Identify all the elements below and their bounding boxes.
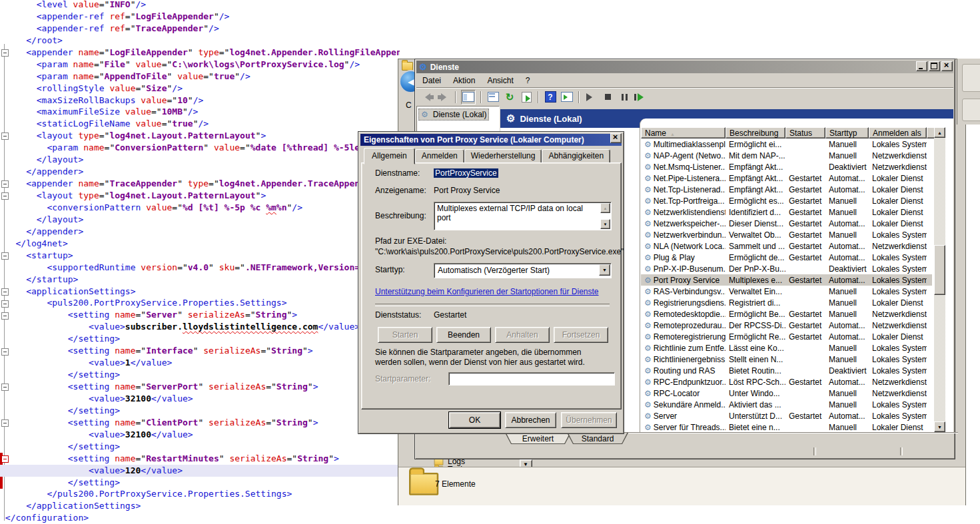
vertical-scrollbar[interactable]: ▲ ▼ xyxy=(934,127,945,432)
beschreibung-label: Beschreibung: xyxy=(375,211,426,220)
fold-collapse-icon[interactable] xyxy=(1,180,9,188)
cell: Sekundäre Anmeld... xyxy=(641,400,726,409)
service-row[interactable]: RPC-Endpunktzuor...Löst RPC-Sch...Gestar… xyxy=(641,376,932,388)
restart-service-icon[interactable] xyxy=(634,91,648,104)
tab-anmelden[interactable]: Anmelden xyxy=(415,149,464,163)
column-header-Beschreibung[interactable]: Beschreibung xyxy=(726,127,785,138)
service-row[interactable]: Multimediaklassenpl...Ermöglicht ei...Ma… xyxy=(641,138,932,150)
service-row[interactable]: RAS-Verbindungsv...Verwaltet Ein...Manue… xyxy=(641,286,932,297)
fold-collapse-icon[interactable] xyxy=(1,288,9,296)
service-row[interactable]: NetzwerklistendienstIdentifiziert d...Ge… xyxy=(641,206,932,218)
service-row[interactable]: Routing und RASBietet Routin...Deaktivie… xyxy=(641,365,932,376)
view-tab-erweitert[interactable]: Erweitert xyxy=(505,433,571,444)
fold-collapse-icon[interactable] xyxy=(1,49,9,57)
starten-button[interactable]: Starten xyxy=(378,327,432,343)
fold-collapse-icon[interactable] xyxy=(1,132,9,140)
service-row[interactable]: Net.Msmq-Listener...Empfängt Akt...Deakt… xyxy=(641,161,932,172)
menu-ansicht[interactable]: Ansicht xyxy=(481,74,519,87)
pause-service-icon[interactable] xyxy=(618,91,631,104)
help-icon[interactable] xyxy=(544,91,557,104)
scrollbar-thumb[interactable] xyxy=(934,245,945,295)
scroll-down-icon[interactable]: ▼ xyxy=(934,421,945,432)
tree-item-dienste-lokal[interactable]: Dienste (Lokal) xyxy=(418,109,489,121)
service-row[interactable]: NLA (Network Loca...Sammelt und ...Gesta… xyxy=(641,240,932,252)
cell: Manuell xyxy=(825,310,869,319)
column-header-Name[interactable]: Name xyxy=(641,127,726,138)
übernehmen-button[interactable]: Übernehmen xyxy=(561,412,617,428)
close-icon[interactable] xyxy=(610,133,622,143)
service-row[interactable]: Port Proxy ServiceMultiplexes e...Gestar… xyxy=(641,274,932,286)
service-row[interactable]: Remoteprozedurau...Der RPCSS-Di...Gestar… xyxy=(641,320,932,331)
service-row[interactable]: Net.Pipe-Listenera...Empfängt Akt...Gest… xyxy=(641,172,932,184)
code-editor[interactable]: <level value="INFO"/> <appender-ref ref=… xyxy=(0,0,400,524)
menu-aktion[interactable]: Aktion xyxy=(447,74,481,87)
beschreibung-textbox[interactable]: Multiplexes external TCP/IP data on loca… xyxy=(434,202,612,230)
service-row[interactable]: RPC-LocatorUnter Windo...ManuellNetzwerk… xyxy=(641,388,932,399)
cell: Gestartet xyxy=(785,230,825,240)
service-row[interactable]: ServerUnterstützt D...GestartetAutomat..… xyxy=(641,410,932,421)
fortsetzen-button[interactable]: Fortsetzen xyxy=(554,327,608,343)
sort-ascending-icon xyxy=(670,129,675,138)
refresh-icon[interactable] xyxy=(503,91,516,104)
startoptionen-help-link[interactable]: Unterstützung beim Konfigurieren der Sta… xyxy=(375,287,599,296)
properties-icon[interactable] xyxy=(486,91,500,104)
fold-collapse-icon[interactable] xyxy=(1,348,9,356)
forward-icon[interactable] xyxy=(437,91,450,104)
menu-datei[interactable]: Datei xyxy=(416,74,447,87)
service-row[interactable]: Richtlinie zum Entfe...Lässt eine Ko...M… xyxy=(641,342,932,354)
dialog-titlebar[interactable]: Eigenschaften von Port Proxy Service (Lo… xyxy=(360,134,622,146)
column-header-Status[interactable]: Status xyxy=(785,127,825,138)
service-row[interactable]: Richtlinienergebniss...Stellt einen N...… xyxy=(641,354,932,365)
console-tree-icon[interactable] xyxy=(461,90,476,105)
service-row[interactable]: Server für Threads...Bietet eine n...Man… xyxy=(641,421,932,433)
service-row[interactable]: Net.Tcp-Listenerad...Empfängt Akt...Gest… xyxy=(641,184,932,195)
fold-collapse-icon[interactable] xyxy=(1,300,9,308)
service-row[interactable]: Remotedesktopdie...Ermöglicht Be...Gesta… xyxy=(641,308,932,320)
column-header-Starttyp[interactable]: Starttyp xyxy=(825,127,869,138)
fold-collapse-icon[interactable] xyxy=(1,455,9,463)
beenden-button[interactable]: Beenden xyxy=(436,327,491,343)
dienstname-value[interactable]: PortProxyService xyxy=(434,168,498,178)
scroll-up-icon[interactable]: ▲ xyxy=(600,203,610,213)
fold-collapse-icon[interactable] xyxy=(1,384,9,391)
chevron-down-icon[interactable]: ▼ xyxy=(599,264,610,276)
close-button[interactable] xyxy=(941,61,953,71)
stop-service-icon[interactable] xyxy=(601,91,614,104)
ok-button[interactable]: OK xyxy=(449,412,500,428)
service-row[interactable]: RemoteregistrierungErmöglicht Re...Gesta… xyxy=(641,331,932,342)
tab-abhängigkeiten[interactable]: Abhängigkeiten xyxy=(542,149,610,163)
back-icon[interactable] xyxy=(420,91,434,104)
fold-collapse-icon[interactable] xyxy=(1,419,9,427)
extended-view-icon[interactable] xyxy=(560,91,574,104)
view-tab-standard[interactable]: Standard xyxy=(567,433,628,444)
services-icon xyxy=(419,62,427,72)
fold-collapse-icon[interactable] xyxy=(1,252,9,260)
maximize-button[interactable] xyxy=(929,61,940,71)
service-row[interactable]: Netzwerkverbindun...Verwaltet Ob...Gesta… xyxy=(641,229,932,240)
tab-allgemein[interactable]: Allgemein xyxy=(364,148,415,164)
service-row[interactable]: Net.Tcp-Portfreiga...Ermöglicht es...Ges… xyxy=(641,195,932,206)
abbrechen-button[interactable]: Abbrechen xyxy=(505,412,556,428)
scroll-down-icon[interactable]: ▼ xyxy=(600,219,610,229)
service-row[interactable]: Registrierungsdiens...Registriert di...M… xyxy=(641,297,932,308)
fold-collapse-icon[interactable] xyxy=(1,192,9,200)
service-row[interactable]: Plug & PlayErmöglicht de...GestartetAuto… xyxy=(641,252,932,263)
start-service-icon[interactable] xyxy=(584,91,598,104)
service-row[interactable]: Netzwerkspeicher-...Dieser Dienst...Gest… xyxy=(641,218,932,229)
fold-collapse-icon[interactable] xyxy=(1,312,9,320)
service-gear-icon xyxy=(644,321,652,330)
service-row[interactable]: NAP-Agent (Netwo...Mit dem NAP-...Manuel… xyxy=(641,150,932,161)
menu-?[interactable]: ? xyxy=(520,74,536,87)
anhalten-button[interactable]: Anhalten xyxy=(495,327,550,343)
export-list-icon[interactable] xyxy=(520,91,533,104)
starttyp-combobox[interactable]: Automatisch (Verzögerter Start) ▼ xyxy=(434,263,612,278)
service-row[interactable]: Sekundäre Anmeld...Aktiviert das ...Manu… xyxy=(641,399,932,410)
cell: Manuell xyxy=(825,287,869,296)
column-header-Anmelden als[interactable]: Anmelden als xyxy=(869,127,927,138)
tab-wiederherstellung[interactable]: Wiederherstellung xyxy=(464,149,542,163)
scroll-up-icon[interactable]: ▲ xyxy=(934,127,945,138)
startparameter-input[interactable] xyxy=(448,372,615,386)
services-titlebar[interactable]: Dienste xyxy=(416,61,953,73)
service-row[interactable]: PnP-X-IP-Busenum...Der PnP-X-Bu...Deakti… xyxy=(641,263,932,274)
minimize-button[interactable] xyxy=(916,61,927,71)
